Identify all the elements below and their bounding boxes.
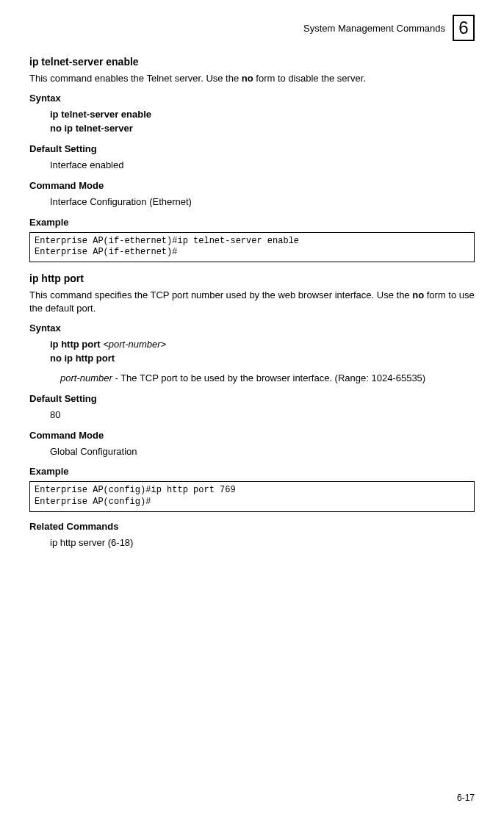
cmd2-syntax-label: Syntax <box>29 323 475 334</box>
cmd2-example-label: Example <box>29 466 475 477</box>
page-header: System Management Commands 6 <box>29 15 475 41</box>
cmd2-param-italic: port-number <box>60 372 112 383</box>
cmd1-desc-post: form to disable the server. <box>253 73 366 84</box>
chapter-number: 6 <box>453 15 475 41</box>
cmd1-example-code: Enterprise AP(if-ethernet)#ip telnet-ser… <box>29 232 475 262</box>
cmd2-related-value: ip http server (6-18) <box>50 536 475 550</box>
cmd2-mode-value: Global Configuration <box>50 445 475 459</box>
cmd1-syntax-label: Syntax <box>29 93 475 104</box>
cmd1-description: This command enables the Telnet server. … <box>29 72 475 85</box>
cmd1-mode-value: Interface Configuration (Ethernet) <box>50 195 475 209</box>
cmd2-syntax-line2: no ip http port <box>50 353 115 364</box>
cmd2-param: port-number - The TCP port to be used by… <box>60 372 475 386</box>
cmd2-syntax-bold1: ip http port <box>50 339 103 350</box>
cmd1-syntax-block: ip telnet-server enable no ip telnet-ser… <box>50 108 475 136</box>
cmd2-syntax-italic1: <port-number> <box>103 339 166 350</box>
page-footer: 6-17 <box>457 793 475 803</box>
cmd1-syntax-line2: no ip telnet-server <box>50 123 133 134</box>
cmd2-desc-pre: This command specifies the TCP port numb… <box>29 289 412 300</box>
cmd1-desc-bold: no <box>242 73 253 84</box>
cmd2-desc-bold: no <box>412 289 424 300</box>
cmd2-param-text: - The TCP port to be used by the browser… <box>112 372 425 383</box>
cmd1-default-value: Interface enabled <box>50 159 475 173</box>
cmd2-syntax-block: ip http port <port-number> no ip http po… <box>50 338 475 366</box>
cmd1-title: ip telnet-server enable <box>29 56 475 68</box>
cmd1-desc-pre: This command enables the Telnet server. … <box>29 73 242 84</box>
header-title: System Management Commands <box>303 23 445 34</box>
cmd2-default-value: 80 <box>50 408 475 422</box>
cmd2-example-code: Enterprise AP(config)#ip http port 769 E… <box>29 481 475 511</box>
cmd1-example-label: Example <box>29 217 475 228</box>
page: System Management Commands 6 ip telnet-s… <box>0 0 504 825</box>
cmd2-title: ip http port <box>29 273 475 284</box>
cmd1-mode-label: Command Mode <box>29 180 475 191</box>
cmd1-syntax-line1: ip telnet-server enable <box>50 109 151 120</box>
cmd2-related-label: Related Commands <box>29 521 475 532</box>
cmd2-mode-label: Command Mode <box>29 430 475 441</box>
cmd2-description: This command specifies the TCP port numb… <box>29 289 475 315</box>
cmd2-default-label: Default Setting <box>29 393 475 404</box>
cmd1-default-label: Default Setting <box>29 143 475 154</box>
